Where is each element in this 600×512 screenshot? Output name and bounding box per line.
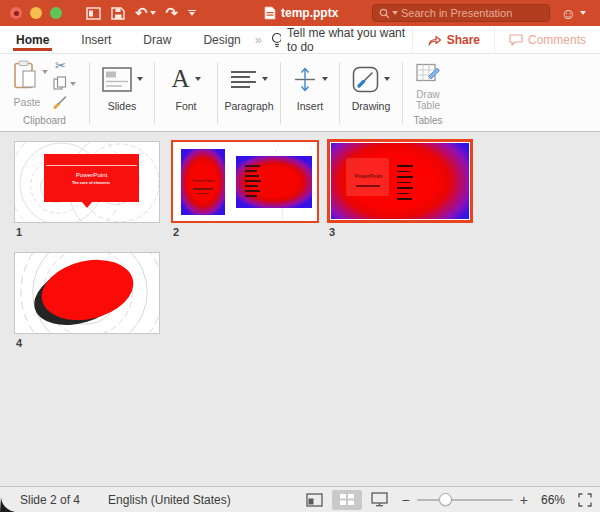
chevron-down-icon <box>150 11 156 15</box>
normal-view-button[interactable] <box>306 493 323 507</box>
tell-me-label: Tell me what you want to do <box>287 26 412 54</box>
text-line <box>193 188 213 190</box>
paragraph-dropdown[interactable]: Paragraph <box>218 54 280 131</box>
zoom-slider[interactable] <box>417 493 513 506</box>
slideshow-view-button[interactable] <box>371 492 388 507</box>
redo-icon: ↷ <box>166 6 179 20</box>
document-title: temp.pptx <box>281 6 338 20</box>
close-button[interactable] <box>10 7 22 19</box>
slides-dropdown[interactable]: Slides <box>90 54 154 131</box>
tell-me-box[interactable]: Tell me what you want to do <box>271 26 412 54</box>
ribbon-group-tables: Draw Table Tables <box>403 54 453 131</box>
slide-cell-2: PowerPoint 2 <box>171 140 319 238</box>
insert-dropdown[interactable]: Insert <box>281 54 339 131</box>
paragraph-icon <box>230 70 257 89</box>
text-line <box>197 193 209 195</box>
format-painter-icon[interactable] <box>53 95 68 109</box>
search-input[interactable] <box>401 7 543 19</box>
redo-button[interactable]: ↷ <box>166 6 179 20</box>
zoom-in-button[interactable]: + <box>520 493 528 507</box>
save-button[interactable] <box>111 7 125 20</box>
share-icon <box>427 33 442 46</box>
drawing-label: Drawing <box>352 100 391 112</box>
chevron-down-icon[interactable] <box>70 82 76 86</box>
slide-sorter-view-button[interactable] <box>332 490 362 510</box>
ribbon-panel-icon <box>86 7 101 20</box>
bar-icon <box>188 10 196 12</box>
slide-position-indicator: Slide 2 of 4 <box>20 493 80 507</box>
paste-icon[interactable] <box>12 60 38 90</box>
font-dropdown[interactable]: A Font <box>155 54 217 131</box>
chevron-down-icon <box>384 77 390 81</box>
toggle-ribbon-button[interactable] <box>86 7 101 20</box>
slide-cell-3: PowerPoint 3 <box>327 139 473 238</box>
status-bar: Slide 2 of 4 English (United States) − +… <box>0 486 600 512</box>
zoom-slider-thumb[interactable] <box>439 493 452 506</box>
comments-button[interactable]: Comments <box>494 26 600 54</box>
draw-table-label[interactable]: Draw Table <box>408 89 448 111</box>
zoom-slider-track[interactable] <box>417 499 513 501</box>
slide-sorter: PowerPoint The core of elements 1 PowerP… <box>0 132 600 486</box>
slide2-right-shape <box>236 156 312 208</box>
slide1-title: PowerPoint <box>75 171 107 178</box>
language-indicator[interactable]: English (United States) <box>108 493 231 507</box>
zoom-level[interactable]: 66% <box>541 493 565 507</box>
cut-icon[interactable]: ✂ <box>55 58 66 73</box>
zoom-out-button[interactable]: − <box>402 493 410 507</box>
title-placeholder: PowerPoint The core of elements <box>44 154 139 202</box>
drawing-dropdown[interactable]: Drawing <box>340 54 402 131</box>
slide3-title: PowerPoint <box>355 174 383 180</box>
tab-design[interactable]: Design <box>201 26 242 54</box>
text-line <box>356 185 380 187</box>
slide-number-4: 4 <box>16 337 160 349</box>
slides-label: Slides <box>108 100 137 112</box>
slide-number-3: 3 <box>329 226 473 238</box>
font-label: Font <box>175 100 196 112</box>
slide-thumbnail-3[interactable]: PowerPoint <box>327 139 473 223</box>
share-button[interactable]: Share <box>412 26 494 54</box>
ribbon-tabs: Home Insert Draw Design » Tell me what y… <box>0 26 600 54</box>
insert-icon <box>293 66 317 93</box>
paragraph-label: Paragraph <box>224 100 273 112</box>
tab-overflow-chevrons[interactable]: » <box>255 32 261 47</box>
chevron-down-icon <box>322 77 328 81</box>
chevron-down-icon <box>195 77 201 81</box>
tab-home[interactable]: Home <box>14 26 51 54</box>
minimize-button[interactable] <box>30 7 42 19</box>
slide-number-2: 2 <box>173 226 319 238</box>
share-label: Share <box>447 33 480 47</box>
paste-label[interactable]: Paste <box>6 96 48 108</box>
window-title: temp.pptx <box>264 0 338 26</box>
copy-icon[interactable] <box>53 76 67 90</box>
fit-to-window-button[interactable] <box>578 493 592 507</box>
ribbon-home: ✂ Paste Clipboard Slides A Font Paragrap… <box>0 54 600 132</box>
chevron-down-icon <box>262 77 268 81</box>
undo-icon: ↶ <box>135 6 148 20</box>
search-icon <box>379 8 389 19</box>
sorter-grid-icon <box>340 494 354 505</box>
tab-draw[interactable]: Draw <box>141 26 173 54</box>
search-field[interactable] <box>372 4 550 22</box>
undo-button[interactable]: ↶ <box>135 6 156 20</box>
draw-table-icon[interactable] <box>416 62 441 87</box>
tab-insert[interactable]: Insert <box>79 26 113 54</box>
save-icon <box>111 7 125 20</box>
feedback-button[interactable]: ☺ <box>561 0 586 26</box>
chevron-down-icon <box>189 12 195 16</box>
slide-thumbnail-1[interactable]: PowerPoint The core of elements <box>14 141 160 223</box>
slide2-left-shape: PowerPoint <box>181 149 225 215</box>
slide-number-1: 1 <box>16 226 160 238</box>
slide-thumbnail-4[interactable] <box>14 252 160 334</box>
mouse-cursor <box>0 497 15 512</box>
customize-toolbar-button[interactable] <box>188 10 196 17</box>
slide1-subtitle: The core of elements <box>72 180 110 184</box>
zoom-window-button[interactable] <box>50 7 62 19</box>
slide-cell-1: PowerPoint The core of elements 1 <box>14 141 160 238</box>
comment-icon <box>509 33 523 46</box>
slide-thumbnail-2[interactable]: PowerPoint <box>171 140 319 223</box>
chevron-down-icon[interactable] <box>42 70 48 74</box>
document-icon <box>264 6 276 20</box>
slide-cell-4: 4 <box>14 252 160 349</box>
font-icon: A <box>171 66 189 92</box>
chevron-down-icon <box>392 11 398 15</box>
